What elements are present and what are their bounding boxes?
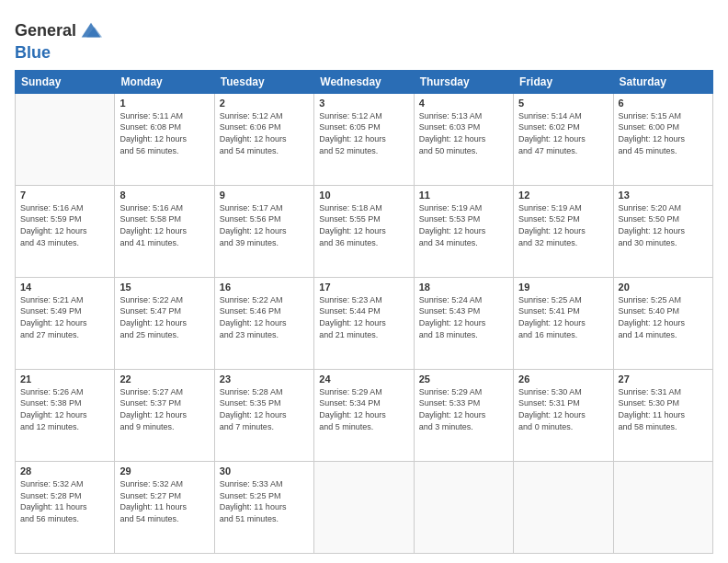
day-number: 20 — [619, 282, 708, 293]
day-number: 26 — [518, 373, 608, 385]
calendar-cell: 21Sunrise: 5:26 AM Sunset: 5:38 PM Dayli… — [16, 369, 115, 461]
day-number: 30 — [220, 465, 309, 477]
calendar-cell — [414, 461, 513, 553]
day-info: Sunrise: 5:19 AM Sunset: 5:53 PM Dayligh… — [419, 202, 508, 248]
day-info: Sunrise: 5:11 AM Sunset: 6:08 PM Dayligh… — [119, 110, 209, 156]
calendar-table: SundayMondayTuesdayWednesdayThursdayFrid… — [15, 70, 713, 554]
day-number: 29 — [119, 465, 209, 477]
day-info: Sunrise: 5:12 AM Sunset: 6:05 PM Dayligh… — [319, 110, 408, 156]
day-info: Sunrise: 5:28 AM Sunset: 5:35 PM Dayligh… — [220, 386, 309, 432]
weekday-header-monday: Monday — [115, 70, 214, 93]
day-info: Sunrise: 5:29 AM Sunset: 5:33 PM Dayligh… — [419, 386, 508, 432]
day-number: 1 — [119, 98, 209, 109]
day-number: 9 — [220, 190, 309, 201]
day-info: Sunrise: 5:29 AM Sunset: 5:34 PM Dayligh… — [319, 386, 408, 432]
calendar-cell: 10Sunrise: 5:18 AM Sunset: 5:55 PM Dayli… — [314, 185, 414, 277]
calendar-cell: 20Sunrise: 5:25 AM Sunset: 5:40 PM Dayli… — [613, 277, 712, 369]
day-number: 27 — [619, 373, 708, 385]
calendar-cell: 3Sunrise: 5:12 AM Sunset: 6:05 PM Daylig… — [314, 93, 414, 185]
logo-general-text: General — [15, 22, 76, 40]
calendar-cell — [16, 93, 115, 185]
weekday-header-friday: Friday — [514, 70, 613, 93]
day-number: 12 — [518, 190, 608, 201]
weekday-header-wednesday: Wednesday — [314, 70, 414, 93]
day-info: Sunrise: 5:17 AM Sunset: 5:56 PM Dayligh… — [220, 202, 309, 248]
day-number: 28 — [20, 465, 109, 477]
calendar-cell: 25Sunrise: 5:29 AM Sunset: 5:33 PM Dayli… — [414, 369, 513, 461]
day-number: 6 — [619, 98, 708, 109]
day-info: Sunrise: 5:25 AM Sunset: 5:41 PM Dayligh… — [518, 294, 608, 340]
day-number: 16 — [220, 282, 309, 293]
day-info: Sunrise: 5:19 AM Sunset: 5:52 PM Dayligh… — [518, 202, 608, 248]
calendar-cell — [613, 461, 712, 553]
calendar-cell: 18Sunrise: 5:24 AM Sunset: 5:43 PM Dayli… — [414, 277, 513, 369]
day-number: 23 — [220, 373, 309, 385]
day-number: 21 — [20, 373, 109, 385]
calendar-cell — [514, 461, 613, 553]
day-info: Sunrise: 5:30 AM Sunset: 5:31 PM Dayligh… — [518, 386, 608, 432]
calendar-cell: 15Sunrise: 5:22 AM Sunset: 5:47 PM Dayli… — [115, 277, 214, 369]
calendar-cell: 1Sunrise: 5:11 AM Sunset: 6:08 PM Daylig… — [115, 93, 214, 185]
calendar-cell: 4Sunrise: 5:13 AM Sunset: 6:03 PM Daylig… — [414, 93, 513, 185]
day-number: 3 — [319, 98, 408, 109]
calendar-cell: 16Sunrise: 5:22 AM Sunset: 5:46 PM Dayli… — [214, 277, 313, 369]
day-info: Sunrise: 5:20 AM Sunset: 5:50 PM Dayligh… — [619, 202, 708, 248]
calendar-cell — [314, 461, 414, 553]
calendar-cell: 24Sunrise: 5:29 AM Sunset: 5:34 PM Dayli… — [314, 369, 414, 461]
day-info: Sunrise: 5:23 AM Sunset: 5:44 PM Dayligh… — [319, 294, 408, 340]
calendar-cell: 29Sunrise: 5:32 AM Sunset: 5:27 PM Dayli… — [115, 461, 214, 553]
calendar-cell: 26Sunrise: 5:30 AM Sunset: 5:31 PM Dayli… — [514, 369, 613, 461]
day-number: 18 — [419, 282, 508, 293]
calendar-cell: 23Sunrise: 5:28 AM Sunset: 5:35 PM Dayli… — [214, 369, 313, 461]
day-info: Sunrise: 5:25 AM Sunset: 5:40 PM Dayligh… — [619, 294, 708, 340]
day-number: 22 — [119, 373, 209, 385]
day-info: Sunrise: 5:33 AM Sunset: 5:25 PM Dayligh… — [220, 478, 309, 524]
day-number: 13 — [619, 190, 708, 201]
day-number: 5 — [518, 98, 608, 109]
calendar-cell: 6Sunrise: 5:15 AM Sunset: 6:00 PM Daylig… — [613, 93, 712, 185]
calendar-cell: 8Sunrise: 5:16 AM Sunset: 5:58 PM Daylig… — [115, 185, 214, 277]
day-info: Sunrise: 5:15 AM Sunset: 6:00 PM Dayligh… — [619, 110, 708, 156]
day-number: 17 — [319, 282, 408, 293]
day-info: Sunrise: 5:27 AM Sunset: 5:37 PM Dayligh… — [119, 386, 209, 432]
calendar-cell: 5Sunrise: 5:14 AM Sunset: 6:02 PM Daylig… — [514, 93, 613, 185]
day-number: 19 — [518, 282, 608, 293]
calendar-cell: 30Sunrise: 5:33 AM Sunset: 5:25 PM Dayli… — [214, 461, 313, 553]
day-info: Sunrise: 5:13 AM Sunset: 6:03 PM Dayligh… — [419, 110, 508, 156]
calendar-cell: 11Sunrise: 5:19 AM Sunset: 5:53 PM Dayli… — [414, 185, 513, 277]
calendar-cell: 13Sunrise: 5:20 AM Sunset: 5:50 PM Dayli… — [613, 185, 712, 277]
day-info: Sunrise: 5:14 AM Sunset: 6:02 PM Dayligh… — [518, 110, 608, 156]
calendar-cell: 2Sunrise: 5:12 AM Sunset: 6:06 PM Daylig… — [214, 93, 313, 185]
logo: General Blue — [15, 18, 104, 63]
day-info: Sunrise: 5:22 AM Sunset: 5:47 PM Dayligh… — [119, 294, 209, 340]
calendar-cell: 9Sunrise: 5:17 AM Sunset: 5:56 PM Daylig… — [214, 185, 313, 277]
page-header: General Blue — [15, 15, 713, 63]
calendar-cell: 12Sunrise: 5:19 AM Sunset: 5:52 PM Dayli… — [514, 185, 613, 277]
day-info: Sunrise: 5:22 AM Sunset: 5:46 PM Dayligh… — [220, 294, 309, 340]
day-number: 2 — [220, 98, 309, 109]
calendar-cell: 27Sunrise: 5:31 AM Sunset: 5:30 PM Dayli… — [613, 369, 712, 461]
day-info: Sunrise: 5:26 AM Sunset: 5:38 PM Dayligh… — [20, 386, 109, 432]
calendar-cell: 22Sunrise: 5:27 AM Sunset: 5:37 PM Dayli… — [115, 369, 214, 461]
day-number: 25 — [419, 373, 508, 385]
calendar-cell: 14Sunrise: 5:21 AM Sunset: 5:49 PM Dayli… — [16, 277, 115, 369]
day-number: 14 — [20, 282, 109, 293]
day-info: Sunrise: 5:24 AM Sunset: 5:43 PM Dayligh… — [419, 294, 508, 340]
logo-icon — [78, 18, 104, 44]
weekday-header-sunday: Sunday — [16, 70, 115, 93]
calendar-cell: 19Sunrise: 5:25 AM Sunset: 5:41 PM Dayli… — [514, 277, 613, 369]
day-info: Sunrise: 5:31 AM Sunset: 5:30 PM Dayligh… — [619, 386, 708, 432]
day-info: Sunrise: 5:16 AM Sunset: 5:59 PM Dayligh… — [20, 202, 109, 248]
day-number: 15 — [119, 282, 209, 293]
day-info: Sunrise: 5:21 AM Sunset: 5:49 PM Dayligh… — [20, 294, 109, 340]
day-info: Sunrise: 5:32 AM Sunset: 5:28 PM Dayligh… — [20, 478, 109, 524]
calendar-cell: 7Sunrise: 5:16 AM Sunset: 5:59 PM Daylig… — [16, 185, 115, 277]
day-number: 11 — [419, 190, 508, 201]
weekday-header-saturday: Saturday — [613, 70, 712, 93]
day-info: Sunrise: 5:18 AM Sunset: 5:55 PM Dayligh… — [319, 202, 408, 248]
day-number: 24 — [319, 373, 408, 385]
calendar-cell: 17Sunrise: 5:23 AM Sunset: 5:44 PM Dayli… — [314, 277, 414, 369]
day-number: 8 — [119, 190, 209, 201]
logo-blue-text: Blue — [15, 43, 51, 62]
weekday-header-thursday: Thursday — [414, 70, 513, 93]
